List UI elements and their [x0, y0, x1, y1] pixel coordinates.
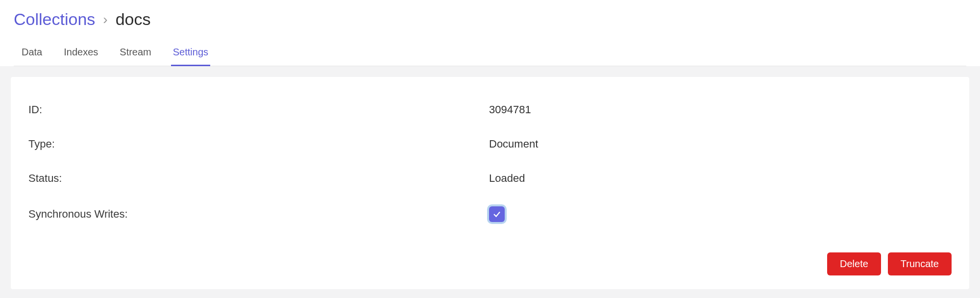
value-type: Document [489, 138, 538, 150]
breadcrumb-collections-link[interactable]: Collections [14, 10, 95, 29]
breadcrumb-current: docs [116, 10, 151, 29]
settings-panel: ID: 3094781 Type: Document Status: Loade… [11, 77, 969, 289]
tab-data[interactable]: Data [20, 43, 44, 66]
tab-indexes[interactable]: Indexes [62, 43, 100, 66]
panel-actions: Delete Truncate [28, 233, 952, 275]
settings-row-status: Status: Loaded [28, 161, 952, 196]
sync-writes-checkbox[interactable] [489, 206, 505, 222]
delete-button[interactable]: Delete [827, 252, 881, 275]
label-type: Type: [28, 138, 489, 150]
chevron-right-icon: › [103, 12, 107, 27]
value-id: 3094781 [489, 103, 531, 116]
label-sync-writes: Synchronous Writes: [28, 208, 489, 221]
label-status: Status: [28, 172, 489, 185]
tabs: Data Indexes Stream Settings [14, 43, 966, 66]
breadcrumb: Collections › docs [14, 10, 966, 29]
content-area: ID: 3094781 Type: Document Status: Loade… [0, 66, 980, 298]
tab-settings[interactable]: Settings [171, 43, 210, 66]
value-status: Loaded [489, 172, 525, 185]
settings-row-sync-writes: Synchronous Writes: [28, 196, 952, 233]
label-id: ID: [28, 103, 489, 116]
check-icon [492, 210, 501, 219]
truncate-button[interactable]: Truncate [888, 252, 952, 275]
settings-row-id: ID: 3094781 [28, 93, 952, 127]
tab-stream[interactable]: Stream [118, 43, 153, 66]
settings-row-type: Type: Document [28, 127, 952, 161]
